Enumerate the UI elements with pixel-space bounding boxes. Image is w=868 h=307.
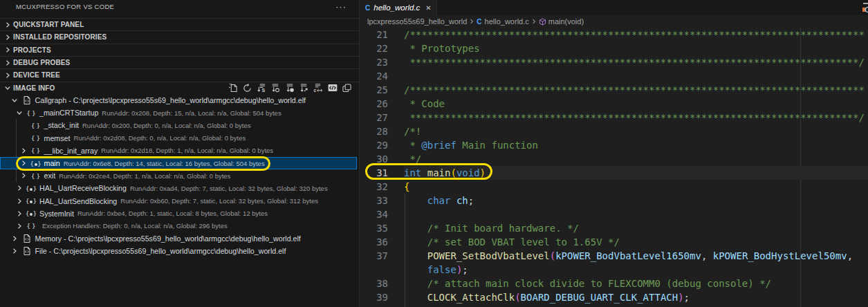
binary-box-icon[interactable] bbox=[328, 83, 338, 93]
tree-item-details: RunAddr: 0xbe4, Depth: 1, static, Local:… bbox=[77, 210, 268, 217]
sidebar-section-debug-probes[interactable]: DEBUG PROBES bbox=[0, 56, 359, 68]
token-pln: ; bbox=[684, 292, 690, 303]
code-text: */ bbox=[404, 152, 868, 166]
line-number: 39 bbox=[360, 290, 388, 304]
token-cmt: /***************************************… bbox=[404, 84, 865, 95]
import-filled-circle-icon[interactable] bbox=[285, 83, 295, 93]
line-number: 32 bbox=[360, 180, 388, 194]
code-text: { bbox=[404, 180, 868, 194]
gutter-spacer bbox=[388, 290, 404, 304]
gutter-spacer bbox=[388, 194, 404, 207]
token-p1: { bbox=[404, 181, 409, 192]
line-number: 36 bbox=[360, 235, 388, 249]
more-actions-icon[interactable]: ··· bbox=[335, 1, 347, 12]
c-file-icon: C bbox=[477, 18, 481, 26]
token-kw: @brief bbox=[421, 140, 456, 151]
line-number: 22 bbox=[360, 41, 388, 55]
tree-item-file[interactable]: File - C:\projects\lpcxpresso55s69_hello… bbox=[0, 245, 359, 257]
tree-item-memory[interactable]: Memory - C:\projects\lpcxpresso55s69_hel… bbox=[0, 232, 359, 245]
token-fn: CLOCK_AttachClk bbox=[427, 292, 515, 303]
editor-actions-icon[interactable] bbox=[862, 3, 868, 13]
line-number: 30 bbox=[360, 152, 388, 166]
copy-icon[interactable] bbox=[342, 83, 351, 93]
token-cmt: /* attach main clock divide to FLEXCOMM0… bbox=[427, 278, 771, 289]
tree-item-details: RunAddr: 0xad4, Depth: 7, static, Local:… bbox=[130, 185, 328, 192]
tab-close-icon[interactable]: ✕ bbox=[425, 4, 431, 12]
cpp-export-icon[interactable]: c bbox=[313, 83, 323, 93]
tab-hello-world-c[interactable]: C hello_world.c ✕ bbox=[360, 0, 437, 15]
file-code-icon bbox=[23, 234, 31, 243]
tree-item-name: _mainCRTStartup bbox=[39, 109, 98, 117]
braces-icon: {} bbox=[32, 172, 40, 180]
import-circle-icon[interactable] bbox=[271, 83, 281, 93]
tree-item-hal_uartreceiveblocking[interactable]: {}HAL_UartReceiveBlockingRunAddr: 0xad4,… bbox=[0, 182, 359, 194]
new-file-icon[interactable] bbox=[228, 83, 238, 93]
token-pln bbox=[404, 264, 427, 275]
editor-group: C hello_world.c ✕ lpcxpresso55s69_hello_… bbox=[360, 0, 868, 307]
code-text: false); bbox=[404, 263, 868, 277]
code-text: POWER_SetBodVbatLevel(kPOWER_BodVbatLeve… bbox=[404, 249, 868, 263]
sidebar-section-installed-repositories[interactable]: INSTALLED REPOSITORIES bbox=[0, 30, 359, 43]
tree-item-__libc_init_array[interactable]: {}__libc_init_arrayRunAddr: 0x2d18, Dept… bbox=[0, 145, 359, 157]
tree-item-details: RunAddr: 0x2ce4, Depth: 1, n/a, Local: n… bbox=[59, 172, 230, 180]
line-number: 21 bbox=[360, 28, 388, 41]
tree-item-details: RunAddr: 0x2d18, Depth: 1, n/a, Local: n… bbox=[101, 147, 273, 154]
tree-item-name: main bbox=[44, 159, 60, 167]
breadcrumb-project[interactable]: lpcxpresso55s69_hello_world bbox=[367, 17, 467, 26]
token-pln bbox=[404, 292, 427, 303]
tree-item-systeminit[interactable]: {}SystemInitRunAddr: 0xbe4, Depth: 1, st… bbox=[0, 207, 359, 220]
token-var: kPOWER_BodHystLevel50mv bbox=[713, 250, 847, 261]
code-line-32: 32{ bbox=[360, 180, 868, 194]
code-text: /***************************************… bbox=[404, 28, 868, 41]
line-number bbox=[360, 263, 388, 277]
tree-item-name: File - C:\projects\lpcxpresso55s69_hello… bbox=[35, 247, 286, 255]
chevron-right-icon bbox=[3, 73, 12, 78]
breadcrumb-symbol[interactable]: main(void) bbox=[548, 17, 584, 26]
sidebar-section-projects[interactable]: PROJECTS bbox=[0, 44, 359, 56]
code-editor[interactable]: 21/*************************************… bbox=[360, 28, 868, 307]
code-line-33: 33 char ch; bbox=[360, 194, 868, 207]
tree-item-_maincrtstartup[interactable]: {}_mainCRTStartupRunAddr: 0x208, Depth: … bbox=[0, 106, 359, 119]
sidebar-section-image-info[interactable]: IMAGE INFOSc bbox=[0, 82, 359, 94]
code-line-40: 40 bbox=[360, 304, 868, 307]
tree-item-main[interactable]: {}mainRunAddr: 0x6e8, Depth: 14, static,… bbox=[0, 157, 357, 169]
braces-dot-icon: {} bbox=[32, 160, 40, 167]
chevron-right-icon bbox=[15, 185, 23, 191]
breadcrumb-file[interactable]: hello_world.c bbox=[485, 17, 529, 26]
breadcrumb-separator-icon bbox=[531, 19, 537, 24]
tree-item-_stack_init[interactable]: {}_stack_initRunAddr: 0x200, Depth: 0, n… bbox=[0, 119, 359, 131]
token-cmt: Main function bbox=[456, 140, 538, 151]
tree-item-callgraph[interactable]: Callgraph - C:\projects\lpcxpresso55s69_… bbox=[0, 94, 359, 106]
tree-item-memset[interactable]: {}memsetRunAddr: 0x2d08, Depth: 0, n/a, … bbox=[0, 132, 359, 145]
image-info-toolbar: Sc bbox=[228, 82, 351, 94]
tree-item-name: Callgraph - C:\projects\lpcxpresso55s69_… bbox=[35, 96, 306, 104]
token-cmt: /* set BOD VBAT level to 1.65V */ bbox=[427, 236, 620, 248]
refresh-icon[interactable] bbox=[243, 83, 252, 93]
mcuxpresso-sidebar: MCUXPRESSO FOR VS CODE ··· QUICKSTART PA… bbox=[0, 0, 360, 307]
tab-label: hello_world.c bbox=[373, 3, 420, 12]
chevron-right-icon bbox=[3, 60, 12, 66]
chevron-right-icon bbox=[11, 236, 19, 241]
code-line-24: 24 bbox=[360, 69, 868, 83]
tree-item-details: RunAddr: 0x6e8, Depth: 14, static, Local… bbox=[64, 160, 265, 167]
code-text bbox=[404, 304, 868, 307]
token-p2: ( bbox=[550, 250, 555, 261]
sidebar-section-quickstart-panel[interactable]: QUICKSTART PANEL bbox=[0, 18, 359, 30]
braces-dot-icon: {} bbox=[27, 185, 35, 192]
token-kw: char bbox=[427, 195, 451, 206]
code-line-30: 30 */ bbox=[360, 152, 868, 166]
tree-item-exception-handlers[interactable]: {}Exception Handlers: Depth: 0, n/a, Loc… bbox=[0, 220, 359, 232]
gutter-spacer bbox=[388, 304, 404, 307]
token-cmt: /* Init board hardware. */ bbox=[427, 223, 579, 234]
image-info-tree: Callgraph - C:\projects\lpcxpresso55s69_… bbox=[0, 94, 359, 257]
code-line-35: 35 /* Init board hardware. */ bbox=[360, 221, 868, 235]
sort-size-icon[interactable]: S bbox=[257, 83, 266, 93]
token-p2: ( bbox=[515, 292, 520, 303]
export-icon[interactable] bbox=[299, 83, 309, 93]
tree-item-hal_uartsendblocking[interactable]: {}HAL_UartSendBlockingRunAddr: 0xb60, De… bbox=[0, 194, 359, 207]
tree-item-exit[interactable]: {}exitRunAddr: 0x2ce4, Depth: 1, n/a, Lo… bbox=[0, 169, 359, 182]
braces-icon: {} bbox=[27, 109, 35, 117]
sidebar-section-device-tree[interactable]: DEVICE TREE bbox=[0, 68, 359, 81]
token-var: ch bbox=[456, 195, 468, 206]
code-text: ****************************************… bbox=[404, 111, 868, 124]
